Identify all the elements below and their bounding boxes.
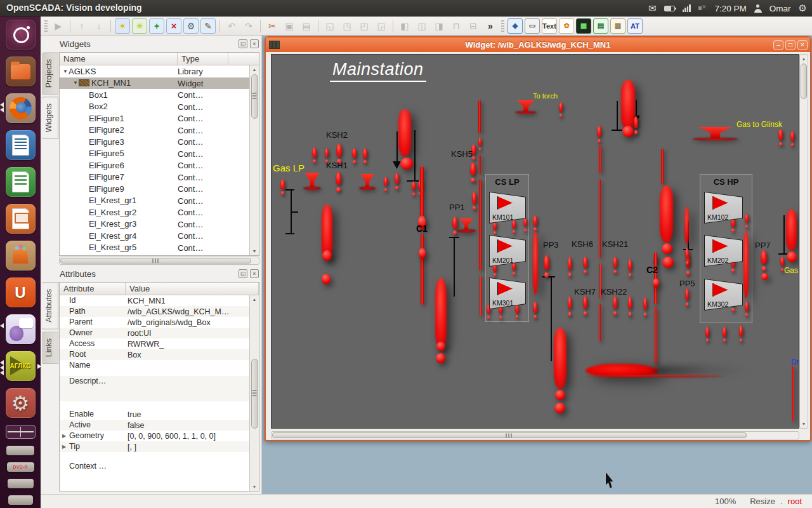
- prim-diagram-button[interactable]: ▦: [576, 18, 591, 34]
- delete-visual-item-button[interactable]: ×: [166, 18, 181, 34]
- shape-ball[interactable]: [761, 273, 768, 280]
- widget-window-titlebar[interactable]: Widget: /wlb_AGLKS/wdg_KCH_MN1 – □ ×: [266, 37, 810, 52]
- shape-ball[interactable]: [436, 353, 445, 363]
- libreoffice-impress-launcher-icon[interactable]: [6, 204, 36, 234]
- align-top-button[interactable]: ⊓: [449, 18, 464, 34]
- dock-float-button[interactable]: ◱: [239, 39, 247, 48]
- libreoffice-writer-launcher-icon[interactable]: [6, 130, 36, 160]
- shape-ball[interactable]: [653, 278, 659, 288]
- shape-disc[interactable]: [692, 138, 738, 140]
- shape-ball[interactable]: [554, 403, 565, 413]
- attr-col-attribute[interactable]: Attribute: [60, 283, 126, 295]
- battery-icon[interactable]: [664, 6, 675, 11]
- rise-to-top-button[interactable]: ◰: [357, 18, 372, 34]
- attribute-row[interactable]: Ownerroot:UI: [60, 328, 249, 338]
- session-gear-icon[interactable]: ⚙: [799, 3, 807, 14]
- tree-row[interactable]: El_Krest_gr3Cont…: [60, 218, 249, 231]
- attribute-value[interactable]: RWRWR_: [128, 340, 249, 349]
- shape-ball[interactable]: [322, 250, 332, 261]
- prim-formel-button[interactable]: ▭: [525, 18, 540, 34]
- username[interactable]: Omar: [769, 4, 791, 13]
- attribute-row[interactable]: ▶Geometry[0, 0, 900, 600, 1, 1, 0, 0]: [60, 431, 249, 441]
- tab-attributes[interactable]: Attributes: [42, 282, 58, 330]
- tree-row[interactable]: El_Krest_gr2Cont…: [60, 206, 249, 218]
- mail-icon[interactable]: ✉: [648, 3, 657, 14]
- maximize-button[interactable]: □: [785, 40, 796, 50]
- shape-exs[interactable]: [643, 297, 648, 318]
- canvas-label[interactable]: PP7: [755, 241, 771, 250]
- canvas-label[interactable]: KSH5: [451, 149, 473, 159]
- shape-exs[interactable]: [394, 173, 400, 190]
- attribute-row[interactable]: Activefalse: [60, 420, 249, 431]
- compressor-KM201[interactable]: KM201: [489, 235, 526, 267]
- paste-button[interactable]: ▤: [299, 18, 314, 34]
- shape-exs[interactable]: [469, 163, 476, 183]
- dash-home-launcher-icon[interactable]: [6, 20, 36, 50]
- minimize-button[interactable]: –: [773, 40, 783, 50]
- shape-exs[interactable]: [383, 177, 388, 192]
- shape-bv[interactable]: [396, 131, 398, 163]
- shape-exs[interactable]: [722, 326, 727, 343]
- shape-exs[interactable]: [738, 325, 743, 343]
- align-h-center-button[interactable]: ◫: [414, 18, 429, 34]
- canvas-vertical-scrollbar[interactable]: ▲ ▼: [799, 54, 808, 429]
- attribute-value[interactable]: root:UI: [128, 329, 249, 338]
- compressor-KM102[interactable]: KM102: [704, 192, 743, 224]
- drive-launcher-icon[interactable]: [6, 446, 34, 455]
- canvas-label[interactable]: PP3: [543, 240, 559, 250]
- attribute-row[interactable]: AccessRWRWR_: [60, 338, 249, 349]
- drive-launcher-icon[interactable]: [8, 495, 33, 505]
- attribute-value[interactable]: Box: [128, 351, 249, 359]
- shape-vl[interactable]: [478, 100, 481, 133]
- shape-exs[interactable]: [478, 137, 482, 151]
- shape-vl[interactable]: [421, 234, 424, 305]
- shape-exs[interactable]: [582, 296, 588, 316]
- canvas-label[interactable]: Mainstation: [330, 60, 426, 82]
- shape-disc[interactable]: [515, 111, 537, 114]
- canvas-horizontal-scrollbar[interactable]: [271, 431, 799, 439]
- files-launcher-icon[interactable]: [6, 57, 36, 86]
- attr-col-value[interactable]: Value: [126, 283, 259, 295]
- shape-bv[interactable]: [454, 238, 455, 297]
- libreoffice-calc-launcher-icon[interactable]: [6, 167, 36, 197]
- canvas-label[interactable]: KSH1: [326, 161, 348, 170]
- new-library-button[interactable]: ✳: [132, 18, 147, 34]
- shape-exs[interactable]: [778, 129, 783, 147]
- tree-row[interactable]: ElFigure3Cont…: [60, 136, 249, 148]
- canvas-label[interactable]: Gas LP: [273, 163, 304, 173]
- mode-indicator[interactable]: Resize: [750, 497, 775, 506]
- align-v-center-button[interactable]: ⊟: [466, 18, 481, 34]
- prim-function-button[interactable]: AT: [627, 18, 643, 34]
- attribute-row[interactable]: Name: [60, 360, 249, 371]
- canvas-label[interactable]: KSH21: [602, 239, 628, 249]
- copy-button[interactable]: ▣: [282, 18, 297, 34]
- clock[interactable]: 7:20 PM: [715, 4, 747, 13]
- shape-bh[interactable]: [285, 233, 294, 234]
- toolbar-drag-handle[interactable]: [44, 20, 48, 32]
- close-button[interactable]: ×: [797, 40, 808, 50]
- shape-exs[interactable]: [744, 213, 749, 229]
- canvas-label[interactable]: Gas to Glinsk: [737, 120, 782, 129]
- load-from-db-button[interactable]: ↑: [74, 18, 89, 34]
- canvas-label[interactable]: Dn: [791, 358, 799, 366]
- shape-exs[interactable]: [362, 148, 368, 164]
- cut-button[interactable]: ✂: [265, 18, 280, 34]
- shape-vl[interactable]: [599, 179, 601, 258]
- compressor-KM101[interactable]: KM101: [489, 192, 526, 224]
- shape-exs[interactable]: [612, 257, 618, 274]
- zoom-level[interactable]: 100%: [715, 497, 736, 506]
- canvas-label[interactable]: KSH7: [574, 287, 596, 297]
- visual-item-edit-button[interactable]: ✎: [200, 18, 216, 34]
- shape-vl[interactable]: [479, 155, 481, 174]
- dvd-drive-launcher-icon[interactable]: DVD-R: [7, 462, 34, 472]
- compressor-KM302[interactable]: KM302: [704, 279, 743, 311]
- shape-vl[interactable]: [599, 145, 601, 173]
- tree-row[interactable]: El_Krest_gr4Cont…: [60, 230, 249, 242]
- attribute-row[interactable]: Path/wlb_AGLKS/wdg_KCH_M…: [60, 306, 249, 317]
- shape-exs[interactable]: [705, 326, 710, 343]
- shape-exs[interactable]: [351, 148, 357, 164]
- shape-ball[interactable]: [400, 157, 413, 170]
- align-left-button[interactable]: ◧: [397, 18, 412, 34]
- ubuntu-one-launcher-icon[interactable]: U: [6, 277, 36, 307]
- expand-arrow-icon[interactable]: ▼: [72, 80, 79, 86]
